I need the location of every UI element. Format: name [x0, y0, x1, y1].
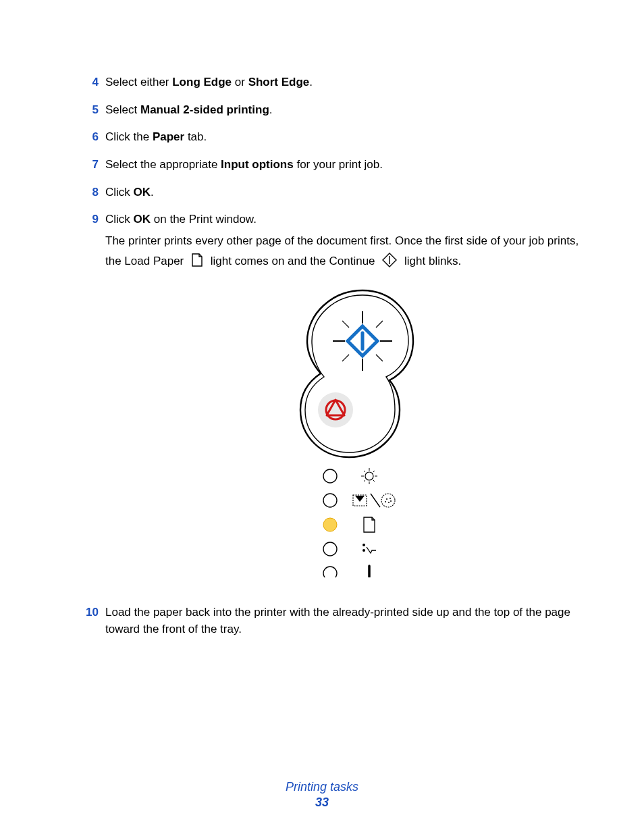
status-row-jam	[323, 542, 376, 556]
step-number: 4	[80, 74, 99, 91]
svg-line-18	[364, 471, 365, 472]
footer-section-title: Printing tasks	[0, 780, 644, 794]
step-number: 9	[80, 211, 99, 228]
load-paper-icon	[191, 253, 203, 267]
svg-point-22	[323, 494, 337, 507]
status-row-error	[323, 566, 371, 577]
step-8: 8Click OK.	[65, 184, 579, 212]
svg-point-30	[390, 500, 392, 502]
svg-line-20	[364, 480, 365, 481]
status-row-ready	[323, 468, 377, 484]
svg-line-24	[371, 494, 380, 507]
status-row-load-paper	[323, 517, 375, 532]
svg-line-8	[376, 355, 383, 361]
svg-point-10	[318, 392, 353, 427]
step-text: Click the Paper tab.	[105, 130, 207, 143]
step-number: 6	[80, 129, 99, 146]
step-7: 7Select the appropriate Input options fo…	[65, 157, 579, 184]
step-5: 5Select Manual 2-sided printing.	[65, 102, 579, 130]
step-number: 5	[80, 102, 99, 119]
svg-point-31	[323, 518, 337, 531]
page-footer: Printing tasks 33	[0, 780, 644, 810]
step-10: 10Load the paper back into the printer w…	[65, 604, 579, 648]
printer-panel-diagram	[268, 280, 417, 577]
step-text: Select either Long Edge or Short Edge.	[105, 76, 313, 88]
status-row-toner	[323, 494, 395, 507]
step-text: Select the appropriate Input options for…	[105, 158, 383, 171]
step-number: 8	[80, 184, 99, 201]
svg-point-34	[363, 549, 365, 552]
svg-line-21	[373, 480, 375, 481]
step-text: Select Manual 2-sided printing.	[105, 103, 273, 116]
svg-line-6	[376, 321, 383, 328]
step-text: Click OK on the Print window.	[105, 213, 257, 226]
step-4: 4Select either Long Edge or Short Edge.	[65, 74, 579, 102]
step-9: 9 Click OK on the Print window. The prin…	[65, 211, 579, 604]
svg-point-35	[323, 567, 337, 577]
svg-point-32	[323, 542, 337, 556]
step-number: 7	[80, 157, 99, 174]
svg-line-7	[342, 355, 349, 361]
svg-point-12	[323, 469, 337, 483]
svg-line-5	[342, 321, 349, 328]
svg-point-13	[365, 472, 373, 480]
continue-diamond-icon	[382, 253, 397, 267]
svg-point-29	[388, 502, 390, 503]
svg-point-33	[363, 544, 365, 546]
svg-point-28	[385, 501, 386, 502]
step-text: Click OK.	[105, 186, 154, 199]
step-9-note: The printer prints every other page of t…	[105, 231, 579, 271]
step-number: 10	[73, 604, 99, 621]
svg-point-26	[386, 498, 387, 500]
step-text: Load the paper back into the printer wit…	[105, 606, 570, 635]
svg-line-19	[373, 471, 375, 472]
svg-point-27	[390, 498, 391, 499]
instruction-list: 4Select either Long Edge or Short Edge. …	[65, 74, 579, 649]
step-6: 6Click the Paper tab.	[65, 129, 579, 157]
svg-point-25	[381, 494, 395, 507]
footer-page-number: 33	[0, 796, 644, 810]
